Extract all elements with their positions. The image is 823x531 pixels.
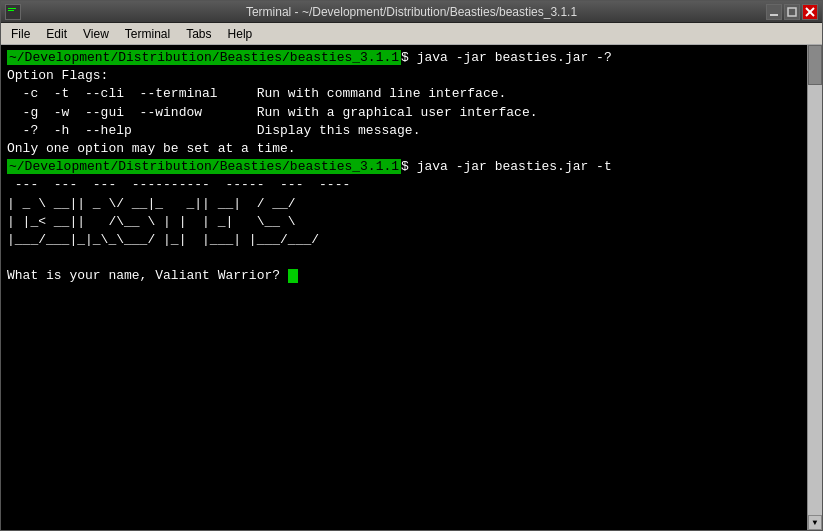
option-flags-label: Option Flags: [7, 68, 108, 83]
svg-rect-0 [7, 6, 19, 18]
scrollbar[interactable]: ▼ [807, 45, 822, 530]
scrollbar-thumb[interactable] [808, 45, 822, 85]
ascii-art-1: --- --- --- ---------- ----- --- ---- [7, 177, 350, 192]
prompt-question: What is your name, Valiant Warrior? [7, 268, 298, 283]
menu-view[interactable]: View [75, 25, 117, 43]
terminal-window: Terminal - ~/Development/Distribution/Be… [0, 0, 823, 531]
prompt-highlight-1: ~/Development/Distribution/Beasties/beas… [7, 50, 401, 65]
ascii-art-4: |___/___|_|_\_\___/ |_| |___| |___/___/ [7, 232, 319, 247]
titlebar-buttons [766, 4, 818, 20]
svg-rect-1 [8, 8, 16, 9]
svg-rect-3 [770, 14, 778, 16]
ascii-art-3: | |_< __|| /\__ \ | | | _| \__ \ [7, 214, 296, 229]
close-button[interactable] [802, 4, 818, 20]
svg-rect-4 [788, 8, 796, 16]
scrollbar-arrow-down[interactable]: ▼ [808, 515, 822, 530]
menu-file[interactable]: File [3, 25, 38, 43]
only-one-option: Only one option may be set at a time. [7, 141, 296, 156]
terminal-output: ~/Development/Distribution/Beasties/beas… [7, 49, 816, 285]
terminal-body[interactable]: ~/Development/Distribution/Beasties/beas… [1, 45, 822, 530]
option-cli: -c -t --cli --terminal Run with command … [7, 86, 506, 101]
menu-help[interactable]: Help [220, 25, 261, 43]
cursor [288, 269, 298, 283]
prompt-highlight-2: ~/Development/Distribution/Beasties/beas… [7, 159, 401, 174]
command-1: $ java -jar beasties.jar -? [401, 50, 612, 65]
menubar: File Edit View Terminal Tabs Help [1, 23, 822, 45]
menu-edit[interactable]: Edit [38, 25, 75, 43]
menu-tabs[interactable]: Tabs [178, 25, 219, 43]
titlebar-left [5, 4, 21, 20]
command-2: $ java -jar beasties.jar -t [401, 159, 612, 174]
svg-rect-2 [8, 10, 14, 11]
option-gui: -g -w --gui --window Run with a graphica… [7, 105, 538, 120]
maximize-button[interactable] [784, 4, 800, 20]
titlebar-title: Terminal - ~/Development/Distribution/Be… [246, 5, 577, 19]
terminal-icon [5, 4, 21, 20]
ascii-art-2: | _ \ __|| _ \/ __|_ _|| __| / __/ [7, 196, 296, 211]
menu-terminal[interactable]: Terminal [117, 25, 178, 43]
minimize-button[interactable] [766, 4, 782, 20]
option-help: -? -h --help Display this message. [7, 123, 420, 138]
titlebar: Terminal - ~/Development/Distribution/Be… [1, 1, 822, 23]
